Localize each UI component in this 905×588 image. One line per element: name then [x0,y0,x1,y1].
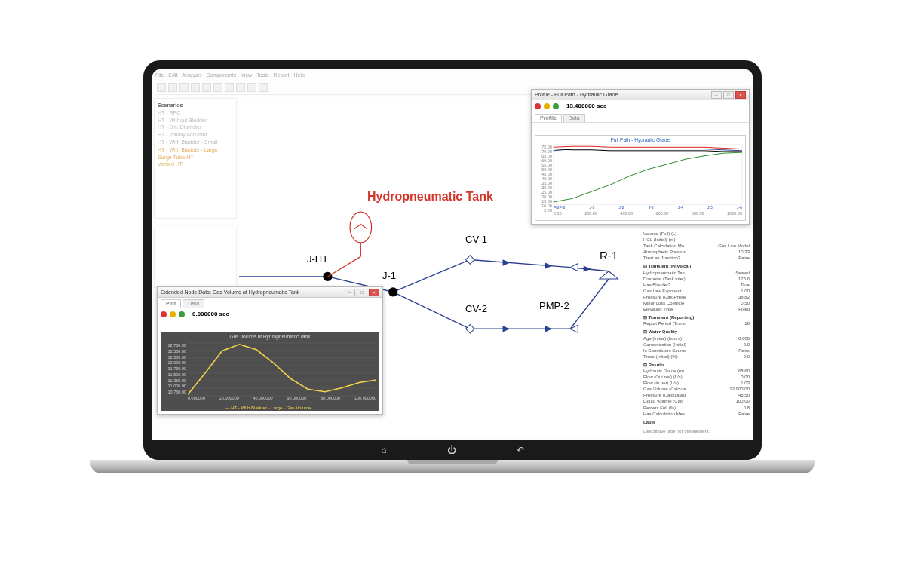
toolbar-button[interactable] [247,83,256,92]
tab-data[interactable]: Data [563,114,585,122]
node-label-cv1: CV-1 [465,234,487,245]
panel-title: Scenarios [158,102,233,109]
toolbar-button[interactable] [236,83,245,92]
property-row[interactable]: Gas Volume (Calcula12,900.00 [643,386,750,392]
menu-item[interactable]: Tools [256,72,268,78]
property-row[interactable]: Concentration (Initial)0.0 [643,341,750,348]
svg-point-2 [323,272,332,281]
property-row[interactable]: Elevation TypeFixed [643,306,750,312]
toolbar-button[interactable] [213,83,222,92]
laptop-notch [407,460,498,464]
minimize-button[interactable]: – [711,91,722,99]
menu-item[interactable]: Components [206,72,236,78]
toolbar-button[interactable] [179,83,189,92]
property-row[interactable]: Pressure (Calculated48.50 [643,392,750,398]
property-row[interactable]: Gas Law Exponent1.00 [643,288,750,294]
menu-item[interactable]: View [241,72,252,78]
recent-icon: ↶ [517,445,524,455]
window-titlebar[interactable]: Profile - Full Path - Hydraulic Grade – … [532,90,749,100]
time-readout: 0.000000 sec [192,311,229,317]
playback-strip[interactable]: 13.400000 sec [532,100,749,112]
property-row[interactable]: Has Bladder?True [643,282,750,288]
play-icon[interactable] [553,103,559,109]
gas-volume-chart: Gas Volume at Hydropneumatic Tank 12,750… [161,332,379,411]
tank-label: Hydropneumatic Tank [367,190,493,204]
property-row[interactable]: Flow (In net) (L/s)1.03 [643,380,750,386]
back-icon: ⌂ [381,445,386,455]
menu-bar[interactable]: File Edit Analysis Components View Tools… [155,72,305,78]
property-row[interactable]: HGL (Initial) (m) [643,237,750,243]
maximize-button[interactable]: □ [357,289,367,296]
property-row[interactable]: Minor Loss Coefficie0.50 [643,300,750,306]
property-row[interactable]: Treat as Junction?False [643,255,750,261]
property-row[interactable]: Pressure (Gas-Prese38.82 [643,294,750,300]
tree-item[interactable]: HT - Sm. Diameter [158,124,233,131]
close-button[interactable]: × [369,289,379,296]
toolbar-button[interactable] [157,83,166,92]
app-window: File Edit Analysis Components View Tools… [152,69,753,451]
tab-plot[interactable]: Plot [161,299,181,308]
property-row[interactable]: Atmospheric Pressur10.33 [643,249,750,255]
svg-point-3 [388,287,397,296]
pause-icon[interactable] [544,103,550,109]
hydraulic-grade-chart: Full Path - Hydraulic Grade 75.0070.0065… [535,135,746,221]
node-label-r1: R-1 [600,249,618,262]
power-icon: ⏻ [447,445,456,455]
tab-bar[interactable]: Profile Data [532,112,749,123]
menu-item[interactable]: Analysis [182,72,201,78]
time-readout: 13.400000 sec [566,103,606,109]
property-row[interactable]: Has Calculation MesFalse [643,411,750,417]
tree-item[interactable]: HT - Initially Accumul... [158,131,233,139]
window-profile[interactable]: Profile - Full Path - Hydraulic Grade – … [531,89,750,225]
tree-item-active[interactable]: HT - With Bladder - Large [158,146,233,154]
menu-item[interactable]: File [155,72,164,78]
tab-data[interactable]: Data [183,299,204,308]
scenario-tree-panel[interactable]: Scenarios HT - RPC HT - Without Bladder … [154,98,237,219]
window-extended-node-data[interactable]: Extended Node Data: Gas Volume at Hydrop… [157,286,383,415]
close-button[interactable]: × [735,91,746,99]
record-icon[interactable] [535,103,541,109]
element-symbology-panel[interactable] [154,228,237,288]
maximize-button[interactable]: □ [723,91,734,99]
window-title-text: Extended Node Data: Gas Volume at Hydrop… [161,289,299,295]
minimize-button[interactable]: – [345,289,355,296]
tree-item[interactable]: HT - RPC [158,109,233,117]
properties-panel[interactable]: Volume (Full) (L)HGL (Initial) (m)Tank C… [640,228,753,436]
property-row[interactable]: Hydropneumatic TanSealed [643,270,750,276]
node-label-pmp2: PMP-2 [539,300,569,311]
window-titlebar[interactable]: Extended Node Data: Gas Volume at Hydrop… [158,287,382,298]
property-row[interactable]: Tank Calculation MoGas Law Model [643,243,750,249]
tab-bar[interactable]: Plot Data [158,298,382,308]
property-row[interactable]: Trace (Initial) (%)0.0 [643,354,750,360]
toolbar-button[interactable] [191,83,200,92]
window-title-text: Profile - Full Path - Hydraulic Grade [535,92,618,97]
property-row[interactable]: Hydraulic Grade (m)68.60 [643,368,750,374]
property-row[interactable]: Volume (Full) (L) [643,231,750,237]
tab-profile[interactable]: Profile [535,114,562,122]
property-row[interactable]: Liquid Volume (Calc100.00 [643,398,750,404]
chart-legend: — HT - With Bladder - Large - Gas Volume… [161,406,379,410]
toolbar-button[interactable] [168,83,177,92]
property-row[interactable]: Diameter (Tank Inlet)175.0 [643,276,750,282]
laptop-mockup: File Edit Analysis Components View Tools… [143,60,762,490]
toolbar-button[interactable] [225,83,234,92]
toolbar-button[interactable] [202,83,211,92]
menu-item[interactable]: Edit [168,72,177,78]
tree-item[interactable]: Surge Tube HT [158,154,233,161]
tree-item[interactable]: HT - Without Bladder [158,117,233,124]
tree-item[interactable]: Vented HT [158,161,233,168]
property-row[interactable]: Age (Initial) (hours)0.000 [643,335,750,341]
property-row[interactable]: Report Period (Trans10 [643,320,750,326]
playback-strip[interactable]: 0.000000 sec [158,308,382,320]
tree-item[interactable]: HT - With Bladder - Small [158,139,233,146]
menu-item[interactable]: Report [274,72,290,78]
property-row[interactable]: Is Constituent SourceFalse [643,348,750,354]
property-row[interactable]: Flow (Out net) (L/s)0.00 [643,374,750,380]
property-row[interactable]: Percent Full (%)0.8 [643,405,750,411]
pause-icon[interactable] [170,311,176,317]
menu-item[interactable]: Help [294,72,305,78]
node-label-cv2: CV-2 [465,303,487,314]
record-icon[interactable] [161,311,167,317]
toolbar-button[interactable] [259,83,268,92]
play-icon[interactable] [179,311,185,317]
